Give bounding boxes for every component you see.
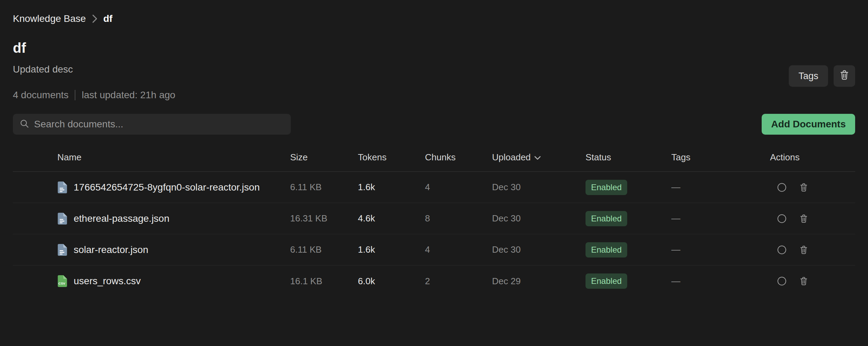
column-header-status[interactable]: Status <box>586 152 671 163</box>
document-tokens: 1.6k <box>358 244 425 255</box>
meta-divider <box>75 90 75 100</box>
toggle-status-icon[interactable] <box>777 245 787 255</box>
breadcrumb-current: df <box>103 13 112 24</box>
knowledge-base-detail-page: Knowledge Base df df Updated desc 4 docu… <box>0 0 868 346</box>
column-header-tokens[interactable]: Tokens <box>358 152 425 163</box>
delete-row-trash-icon[interactable] <box>799 245 808 255</box>
document-tokens: 6.0k <box>358 276 425 287</box>
document-uploaded: Dec 30 <box>492 244 586 255</box>
kb-header: df Updated desc 4 documents last updated… <box>13 41 855 101</box>
document-name[interactable]: solar-reactor.json <box>74 244 148 255</box>
document-chunks: 2 <box>425 276 492 287</box>
search-icon <box>20 119 29 130</box>
svg-text:CSV: CSV <box>58 281 65 285</box>
document-size: 6.11 KB <box>290 244 358 255</box>
status-badge: Enabled <box>586 211 627 226</box>
chevron-down-icon <box>534 152 541 163</box>
doc-count: 4 documents <box>13 90 68 101</box>
column-header-name[interactable]: Name <box>46 152 290 163</box>
table-row: CSV users_rows.csv 16.1 KB 6.0k 2 Dec 29… <box>13 265 855 297</box>
header-actions: Tags <box>789 65 855 87</box>
document-uploaded: Dec 30 <box>492 213 586 224</box>
document-uploaded: Dec 29 <box>492 276 586 287</box>
status-badge: Enabled <box>586 273 627 289</box>
json-file-icon <box>57 182 67 193</box>
chevron-right-icon <box>91 14 98 23</box>
json-file-icon <box>57 244 67 256</box>
document-uploaded: Dec 30 <box>492 182 586 193</box>
column-header-uploaded-label: Uploaded <box>492 152 531 163</box>
status-badge: Enabled <box>586 242 627 258</box>
document-tags: — <box>671 213 770 224</box>
breadcrumb-knowledge-base-link[interactable]: Knowledge Base <box>13 13 86 24</box>
delete-row-trash-icon[interactable] <box>799 214 808 223</box>
column-header-actions: Actions <box>770 152 855 163</box>
table-header-row: Name Size Tokens Chunks Uploaded Status … <box>13 143 855 172</box>
document-chunks: 4 <box>425 182 492 193</box>
search-input[interactable] <box>34 119 284 130</box>
toggle-status-icon[interactable] <box>777 183 787 192</box>
table-row: CSV 1766542654725-8ygfqn0-solar-reactor.… <box>13 172 855 203</box>
status-badge: Enabled <box>586 180 627 195</box>
row-actions <box>770 245 855 255</box>
column-header-uploaded[interactable]: Uploaded <box>492 152 586 163</box>
json-file-icon <box>57 213 67 225</box>
page-title: df <box>13 41 855 55</box>
table-body: CSV 1766542654725-8ygfqn0-solar-reactor.… <box>13 172 855 297</box>
document-name[interactable]: 1766542654725-8ygfqn0-solar-reactor.json <box>74 182 260 193</box>
toggle-status-icon[interactable] <box>777 276 787 286</box>
tags-button[interactable]: Tags <box>789 65 828 87</box>
delete-row-trash-icon[interactable] <box>799 276 808 286</box>
csv-file-icon: CSV <box>57 275 67 287</box>
documents-table: Name Size Tokens Chunks Uploaded Status … <box>13 143 855 297</box>
table-row: CSV ethereal-passage.json 16.31 KB 4.6k … <box>13 203 855 234</box>
add-documents-button[interactable]: Add Documents <box>762 114 855 135</box>
documents-toolbar: Add Documents <box>13 114 855 135</box>
document-chunks: 8 <box>425 213 492 224</box>
column-header-tags[interactable]: Tags <box>671 152 770 163</box>
document-tags: — <box>671 182 770 193</box>
column-header-size[interactable]: Size <box>290 152 358 163</box>
document-name[interactable]: users_rows.csv <box>74 276 141 287</box>
delete-kb-button[interactable] <box>834 65 855 87</box>
search-box[interactable] <box>13 114 291 135</box>
document-name[interactable]: ethereal-passage.json <box>74 213 170 224</box>
document-size: 16.31 KB <box>290 213 358 224</box>
document-chunks: 4 <box>425 244 492 255</box>
row-actions <box>770 214 855 223</box>
row-actions <box>770 276 855 286</box>
document-size: 16.1 KB <box>290 276 358 287</box>
document-tokens: 1.6k <box>358 182 425 193</box>
row-actions <box>770 183 855 192</box>
kb-description: Updated desc <box>13 64 855 75</box>
document-tokens: 4.6k <box>358 213 425 224</box>
document-tags: — <box>671 276 770 287</box>
document-tags: — <box>671 244 770 255</box>
trash-icon <box>839 69 850 83</box>
delete-row-trash-icon[interactable] <box>799 183 808 192</box>
toggle-status-icon[interactable] <box>777 214 787 223</box>
last-updated: last updated: 21h ago <box>82 90 175 101</box>
document-size: 6.11 KB <box>290 182 358 193</box>
breadcrumb: Knowledge Base df <box>13 0 855 24</box>
column-header-chunks[interactable]: Chunks <box>425 152 492 163</box>
kb-meta: 4 documents last updated: 21h ago <box>13 90 855 101</box>
table-row: CSV solar-reactor.json 6.11 KB 1.6k 4 De… <box>13 234 855 265</box>
